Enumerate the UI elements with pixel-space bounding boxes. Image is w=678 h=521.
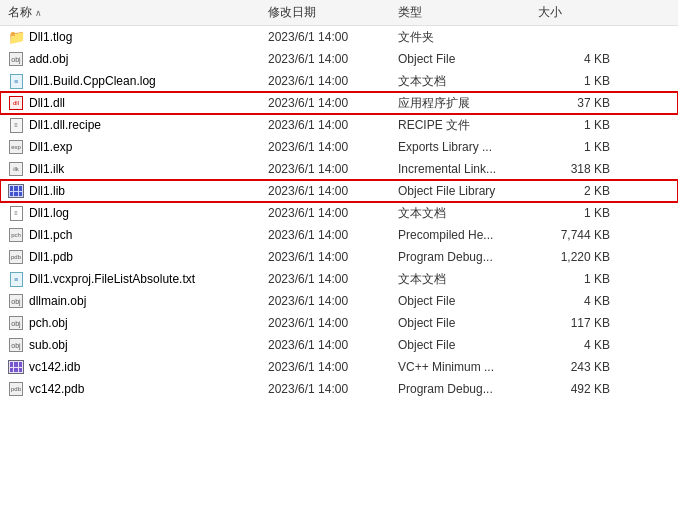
pdb-icon: pdb [8,381,24,397]
file-name-text: Dll1.Build.CppClean.log [29,74,156,88]
table-row[interactable]: exp Dll1.exp 2023/6/1 14:00 Exports Libr… [0,136,678,158]
col-size-header[interactable]: 大小 [538,4,618,21]
type-cell: 文本文档 [398,73,538,90]
size-cell: 4 KB [538,338,618,352]
col-date-label: 修改日期 [268,4,316,21]
type-cell: Program Debug... [398,250,538,264]
type-cell: 文本文档 [398,271,538,288]
date-cell: 2023/6/1 14:00 [268,52,398,66]
date-cell: 2023/6/1 14:00 [268,360,398,374]
file-name-text: Dll1.dll.recipe [29,118,101,132]
size-cell: 2 KB [538,184,618,198]
file-name-cell: pch Dll1.pch [8,227,268,243]
col-name-label: 名称 [8,4,32,21]
file-name-text: Dll1.vcxproj.FileListAbsolute.txt [29,272,195,286]
size-cell: 243 KB [538,360,618,374]
table-row[interactable]: obj dllmain.obj 2023/6/1 14:00 Object Fi… [0,290,678,312]
date-cell: 2023/6/1 14:00 [268,118,398,132]
file-name-cell: vc142.idb [8,359,268,375]
file-name-text: vc142.idb [29,360,80,374]
obj-icon: obj [8,293,24,309]
obj-icon: obj [8,51,24,67]
type-cell: Object File [398,294,538,308]
file-name-text: Dll1.pch [29,228,72,242]
exp-icon: exp [8,139,24,155]
file-name-text: Dll1.log [29,206,69,220]
date-cell: 2023/6/1 14:00 [268,74,398,88]
size-cell: 1 KB [538,74,618,88]
size-cell: 1 KB [538,140,618,154]
log-icon: ≡ [8,205,24,221]
file-name-text: Dll1.dll [29,96,65,110]
file-name-cell: obj add.obj [8,51,268,67]
file-name-text: dllmain.obj [29,294,86,308]
file-list: 名称 ∧ 修改日期 类型 大小 📁 Dll1.tlog 2023/6/1 14:… [0,0,678,400]
size-cell: 1 KB [538,118,618,132]
obj-icon: obj [8,315,24,331]
table-row[interactable]: obj add.obj 2023/6/1 14:00 Object File 4… [0,48,678,70]
file-name-text: Dll1.tlog [29,30,72,44]
obj-icon: obj [8,337,24,353]
date-cell: 2023/6/1 14:00 [268,30,398,44]
type-cell: Incremental Link... [398,162,538,176]
file-name-cell: ≡ Dll1.log [8,205,268,221]
type-cell: Precompiled He... [398,228,538,242]
table-row[interactable]: pdb Dll1.pdb 2023/6/1 14:00 Program Debu… [0,246,678,268]
col-type-header[interactable]: 类型 [398,4,538,21]
table-row[interactable]: obj pch.obj 2023/6/1 14:00 Object File 1… [0,312,678,334]
table-row[interactable]: ≡ Dll1.vcxproj.FileListAbsolute.txt 2023… [0,268,678,290]
file-name-text: Dll1.pdb [29,250,73,264]
table-row[interactable]: 📁 Dll1.tlog 2023/6/1 14:00 文件夹 [0,26,678,48]
type-cell: Exports Library ... [398,140,538,154]
file-name-cell: dll Dll1.dll [8,95,268,111]
file-name-cell: Dll1.lib [8,183,268,199]
file-name-cell: ≡ Dll1.vcxproj.FileListAbsolute.txt [8,271,268,287]
size-cell: 1,220 KB [538,250,618,264]
file-name-cell: obj dllmain.obj [8,293,268,309]
date-cell: 2023/6/1 14:00 [268,184,398,198]
size-cell: 4 KB [538,294,618,308]
file-name-text: add.obj [29,52,68,66]
date-cell: 2023/6/1 14:00 [268,272,398,286]
type-cell: 应用程序扩展 [398,95,538,112]
size-cell: 1 KB [538,206,618,220]
date-cell: 2023/6/1 14:00 [268,228,398,242]
size-cell: 7,744 KB [538,228,618,242]
table-row[interactable]: Dll1.lib 2023/6/1 14:00 Object File Libr… [0,180,678,202]
sort-arrow-icon: ∧ [35,8,42,18]
date-cell: 2023/6/1 14:00 [268,338,398,352]
recipe-icon: ≡ [8,117,24,133]
file-name-text: vc142.pdb [29,382,84,396]
date-cell: 2023/6/1 14:00 [268,140,398,154]
file-name-cell: ≡ Dll1.dll.recipe [8,117,268,133]
table-row[interactable]: vc142.idb 2023/6/1 14:00 VC++ Minimum ..… [0,356,678,378]
date-cell: 2023/6/1 14:00 [268,96,398,110]
table-row[interactable]: pdb vc142.pdb 2023/6/1 14:00 Program Deb… [0,378,678,400]
type-cell: Object File [398,316,538,330]
table-row[interactable]: pch Dll1.pch 2023/6/1 14:00 Precompiled … [0,224,678,246]
file-rows-container: 📁 Dll1.tlog 2023/6/1 14:00 文件夹 obj add.o… [0,26,678,400]
date-cell: 2023/6/1 14:00 [268,206,398,220]
type-cell: Object File [398,52,538,66]
table-row[interactable]: obj sub.obj 2023/6/1 14:00 Object File 4… [0,334,678,356]
file-name-text: sub.obj [29,338,68,352]
pdb-icon: pdb [8,249,24,265]
table-row[interactable]: ≡ Dll1.log 2023/6/1 14:00 文本文档 1 KB [0,202,678,224]
file-name-cell: 📁 Dll1.tlog [8,29,268,45]
size-cell: 1 KB [538,272,618,286]
file-name-cell: exp Dll1.exp [8,139,268,155]
file-name-cell: obj pch.obj [8,315,268,331]
col-name-header[interactable]: 名称 ∧ [8,4,268,21]
file-name-cell: pdb vc142.pdb [8,381,268,397]
date-cell: 2023/6/1 14:00 [268,294,398,308]
table-row[interactable]: dll Dll1.dll 2023/6/1 14:00 应用程序扩展 37 KB [0,92,678,114]
size-cell: 4 KB [538,52,618,66]
size-cell: 318 KB [538,162,618,176]
size-cell: 117 KB [538,316,618,330]
folder-icon: 📁 [8,29,24,45]
table-row[interactable]: ilk Dll1.ilk 2023/6/1 14:00 Incremental … [0,158,678,180]
table-row[interactable]: ≡ Dll1.Build.CppClean.log 2023/6/1 14:00… [0,70,678,92]
table-row[interactable]: ≡ Dll1.dll.recipe 2023/6/1 14:00 RECIPE … [0,114,678,136]
file-name-cell: obj sub.obj [8,337,268,353]
col-date-header[interactable]: 修改日期 [268,4,398,21]
